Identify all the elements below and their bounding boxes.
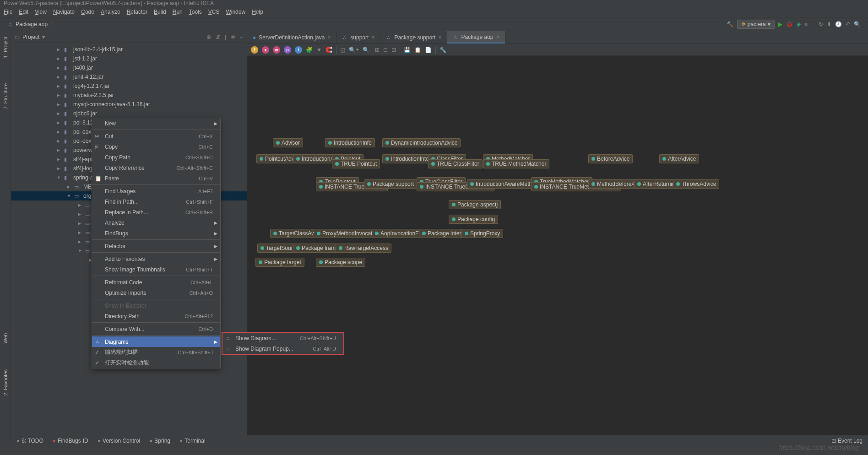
close-icon[interactable]: × — [327, 34, 331, 41]
toolbar-icon[interactable]: 💾 — [404, 47, 411, 53]
editor-tab[interactable]: ⛬Package aop× — [447, 31, 505, 43]
favorites-tab[interactable]: 2: Favorites — [2, 366, 9, 399]
menu-item--[interactable]: ✓打开实时检测功能 — [92, 358, 220, 368]
tree-item[interactable]: ▶▮log4j-1.2.17.jar — [11, 81, 247, 91]
menu-build[interactable]: Build — [154, 9, 166, 15]
diagram-node[interactable]: Package target — [255, 258, 304, 267]
toolbar-icon[interactable]: ⊟ — [391, 47, 396, 53]
menu-item-cut[interactable]: ✂CutCtrl+X — [92, 131, 220, 141]
tree-item[interactable]: ▶▮mybatis-2.3.5.jar — [11, 91, 247, 100]
menu-item-replace-in-path-[interactable]: Replace in Path...Ctrl+Shift+R — [92, 207, 220, 217]
menu-vcs[interactable]: VCS — [208, 9, 220, 15]
diagram-node[interactable]: BeforeAdvice — [588, 154, 633, 163]
menu-item-directory-path[interactable]: Directory PathCtrl+Alt+F12 — [92, 311, 220, 321]
menu-window[interactable]: Window — [226, 9, 245, 15]
diagram-node[interactable]: TRUE MethodMatcher — [483, 159, 549, 168]
toolbar-icon[interactable]: 🔍- — [363, 47, 371, 53]
menu-item-refactor[interactable]: Refactor▶ — [92, 241, 220, 251]
tree-item[interactable]: ▶▮jt400.jar — [11, 63, 247, 72]
debug-icon[interactable]: 🐞 — [786, 21, 793, 27]
menu-tools[interactable]: Tools — [189, 9, 202, 15]
panel-title[interactable]: Project — [22, 34, 39, 40]
menu-file[interactable]: File — [4, 9, 12, 15]
project-tab[interactable]: 1: Project — [2, 33, 9, 61]
menu-item-find-usages[interactable]: Find UsagesAlt+F7 — [92, 186, 220, 196]
tool-window-tab[interactable]: ●Version Control — [98, 438, 140, 444]
menu-item-reformat-code[interactable]: Reformat CodeCtrl+Alt+L — [92, 277, 220, 287]
diagram-node[interactable]: Package config — [449, 215, 498, 224]
toolbar-icon[interactable]: 🧩 — [306, 47, 313, 53]
diagram-node[interactable]: DynamicIntroductionAdvice — [382, 138, 461, 147]
menu-item-show-image-thumbnails[interactable]: Show Image ThumbnailsCtrl+Shift+T — [92, 264, 220, 275]
tree-item[interactable]: ▶▮jstl-1.2.jar — [11, 54, 247, 63]
toolbar-icon[interactable]: ▼ — [316, 47, 322, 53]
menu-analyze[interactable]: Analyze — [101, 9, 120, 15]
tree-item[interactable]: ▶▮junit-4.12.jar — [11, 72, 247, 81]
chevron-down-icon[interactable]: ▾ — [42, 34, 45, 40]
diagram-node[interactable]: TRUE Pointcut — [332, 159, 380, 168]
menu-edit[interactable]: Edit — [19, 9, 28, 15]
gear-icon[interactable]: ✲ — [231, 34, 235, 40]
toolbar-icon[interactable]: 🧲 — [326, 47, 332, 53]
tree-item[interactable]: ▶▮mysql-connector-java-5.1.36.jar — [11, 100, 247, 109]
close-icon[interactable]: × — [496, 34, 499, 40]
menu-item-diagrams[interactable]: ⛬Diagrams▶ — [92, 336, 220, 347]
web-tab[interactable]: Web — [2, 330, 9, 347]
menu-item-optimize-imports[interactable]: Optimize ImportsCtrl+Alt+O — [92, 287, 220, 298]
run-config-combo[interactable]: ✲ pactera ▾ — [737, 20, 775, 29]
menu-item-add-to-favorites[interactable]: Add to Favorites▶ — [92, 254, 220, 264]
diagram-node[interactable]: Package support — [364, 179, 417, 189]
diagram-node[interactable]: Package scope — [316, 258, 365, 267]
hide-icon[interactable]: − — [240, 34, 243, 40]
diagram-node[interactable]: Advisor — [273, 138, 303, 147]
menu-item-compare-with-[interactable]: Compare With...Ctrl+D — [92, 324, 220, 334]
revert-icon[interactable]: ↶ — [846, 21, 850, 27]
menu-help[interactable]: Help — [252, 9, 263, 15]
search-icon[interactable]: 🔍 — [854, 21, 861, 27]
filter-icon[interactable]: p — [284, 46, 291, 54]
menu-item-analyze[interactable]: Analyze▶ — [92, 217, 220, 228]
diagram-node[interactable]: Package aspectj — [449, 200, 501, 209]
history-icon[interactable]: 🕗 — [835, 21, 842, 27]
close-icon[interactable]: × — [438, 34, 441, 41]
menu-item--[interactable]: ✓编码规约扫描Ctrl+Alt+Shift+J — [92, 347, 220, 358]
menu-item-paste[interactable]: 📋PasteCtrl+V — [92, 173, 220, 184]
editor-tab[interactable]: ⛬support× — [336, 31, 380, 43]
filter-icon[interactable]: m — [273, 46, 280, 54]
tool-window-tab[interactable]: ●6: TODO — [16, 438, 43, 444]
menu-navigate[interactable]: Navigate — [53, 9, 75, 15]
toolbar-icon[interactable]: ⊞ — [375, 47, 380, 53]
editor-tab[interactable]: ●ServerDefinitionAction.java× — [247, 31, 336, 43]
diagram-node[interactable]: IntroductionInfo — [325, 138, 375, 147]
menu-code[interactable]: Code — [81, 9, 94, 15]
toolbar-icon[interactable]: 📋 — [414, 47, 421, 53]
menu-item-findbugs[interactable]: FindBugs▶ — [92, 228, 220, 238]
breadcrumb[interactable]: ⛬ Package aop 〉 — [7, 20, 56, 28]
menu-view[interactable]: View — [35, 9, 47, 15]
filter-icon[interactable]: f — [251, 46, 258, 54]
toolbar-icon[interactable]: 📄 — [425, 47, 432, 53]
tool-window-tab[interactable]: ●Spring — [149, 438, 170, 444]
menu-item-find-in-path-[interactable]: Find in Path...Ctrl+Shift+F — [92, 196, 220, 207]
diagram-canvas[interactable]: AdvisorIntroductionInfoDynamicIntroducti… — [247, 56, 868, 445]
stop-icon[interactable]: ■ — [804, 21, 808, 27]
close-icon[interactable]: × — [371, 34, 374, 41]
tool-window-tab[interactable]: ●FindBugs-ID — [53, 438, 88, 444]
target-icon[interactable]: ⊕ — [206, 34, 211, 40]
tree-item[interactable]: ▶▮ojdbc6.jar — [11, 109, 247, 118]
diagram-node[interactable]: SpringProxy — [461, 229, 503, 238]
update-icon[interactable]: ↻ — [819, 21, 823, 27]
structure-tab[interactable]: 7: Structure — [2, 80, 9, 113]
filter-icon[interactable]: ● — [262, 46, 269, 54]
diagram-node[interactable]: TRUE ClassFilter — [428, 159, 483, 168]
hammer-icon[interactable]: 🔨 — [727, 21, 733, 27]
menu-item-copy-path[interactable]: Copy PathCtrl+Shift+C — [92, 152, 220, 162]
coverage-icon[interactable]: ◈ — [797, 21, 801, 27]
menu-item-copy[interactable]: ⎘CopyCtrl+C — [92, 141, 220, 152]
menu-item-copy-reference[interactable]: Copy ReferenceCtrl+Alt+Shift+C — [92, 162, 220, 173]
filter-icon[interactable]: i — [295, 46, 302, 54]
diagram-node[interactable]: AfterAdvice — [659, 154, 699, 163]
diagram-node[interactable]: RawTargetAccess — [336, 244, 391, 253]
git-icon[interactable]: ⬆ — [827, 21, 831, 27]
submenu-item[interactable]: ⛬Show Diagram...Ctrl+Alt+Shift+U — [222, 333, 343, 343]
